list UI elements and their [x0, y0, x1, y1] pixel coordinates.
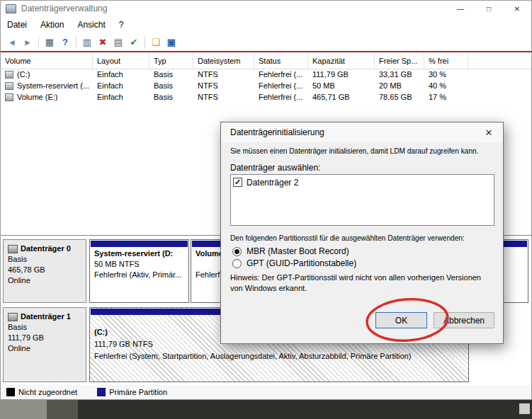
cell-layout: Einfach — [93, 70, 149, 79]
computer-icon[interactable]: ▥ — [79, 36, 95, 49]
column-prozent-frei[interactable]: % frei — [424, 53, 468, 69]
gpt-radio-row[interactable]: GPT (GUID-Partitionstabelle) — [232, 258, 356, 268]
close-button[interactable]: ✕ — [503, 1, 531, 16]
legend-primary-partition: Primäre Partition — [97, 388, 167, 396]
cell-dateisystem: NTFS — [193, 93, 254, 101]
cancel-button[interactable]: Abbrechen — [434, 312, 494, 328]
forward-icon[interactable]: ► — [20, 36, 35, 49]
volume-icon — [5, 71, 13, 79]
cell-kapazitaet: 111,79 GB — [308, 70, 375, 79]
column-kapazitaet[interactable]: Kapazität — [308, 53, 375, 69]
desktop-segment — [519, 403, 530, 414]
cell-status: Fehlerfrei (... — [254, 93, 308, 101]
menubar: Datei Aktion Ansicht ? — [1, 16, 531, 33]
column-dateisystem[interactable]: Dateisystem — [193, 53, 254, 69]
legend-label: Nicht zugeordnet — [18, 388, 77, 396]
cell-freier-speicher: 78,65 GB — [375, 93, 424, 101]
screen: Datenträgerverwaltung — □ ✕ Datei Aktion… — [0, 0, 532, 419]
disk-type: Basis — [8, 322, 81, 333]
volume-table-header: Volume Layout Typ Dateisystem Status Kap… — [1, 53, 531, 69]
mbr-radio-row[interactable]: MBR (Master Boot Record) — [232, 246, 349, 256]
red-annotation-line — [1, 51, 532, 52]
maximize-button[interactable]: □ — [475, 1, 503, 16]
cell-typ: Basis — [149, 70, 193, 79]
desktop-segment — [47, 400, 78, 419]
disk-initialization-dialog: Datenträgerinitialisierung ✕ Sie müssen … — [220, 122, 504, 344]
cell-status: Fehlerfrei (... — [254, 70, 308, 79]
check-icon[interactable]: ✔ — [126, 36, 142, 49]
radio-unselected-icon[interactable] — [232, 259, 242, 268]
delete-icon[interactable]: ✖ — [95, 36, 111, 49]
ok-button[interactable]: OK — [375, 312, 427, 328]
unallocated-swatch — [6, 388, 15, 396]
partition-system-reserved[interactable]: System-reserviert (D: 50 MB NTFS Fehlerf… — [89, 239, 189, 303]
toolbar-separator — [38, 37, 39, 48]
back-icon[interactable]: ◄ — [4, 36, 20, 49]
select-disk-label: Datenträger auswählen: — [230, 163, 320, 173]
volume-icon — [5, 82, 13, 90]
cell-freier-speicher: 33,31 GB — [375, 70, 424, 79]
partition-status: Fehlerfrei (System, Startpartition, Ausl… — [94, 350, 465, 362]
toolbar-separator — [76, 37, 77, 48]
legend: Nicht zugeordnet Primäre Partition — [1, 385, 531, 399]
disk-list-item[interactable]: ✓ Datenträger 2 — [233, 176, 492, 188]
disk-size: 465,78 GB — [8, 265, 81, 275]
folder-up-icon[interactable]: ❏ — [148, 36, 164, 49]
minimize-button[interactable]: — — [446, 1, 475, 16]
menu-ansicht[interactable]: Ansicht — [77, 20, 105, 30]
disk-type: Basis — [8, 254, 81, 265]
disk-1-header[interactable]: Datenträger 1 Basis 111,79 GB Online — [3, 307, 86, 382]
radio-selected-icon[interactable] — [232, 247, 242, 256]
cell-layout: Einfach — [93, 81, 149, 90]
dialog-intro-text: Sie müssen einen Datenträger initialisie… — [230, 147, 468, 155]
window-controls: — □ ✕ — [446, 1, 531, 16]
cell-kapazitaet: 465,71 GB — [308, 93, 375, 101]
disk-size: 111,79 GB — [8, 333, 81, 343]
toolbar: ◄ ► ▦ ? ▥ ✖ ▤ ✔ ❏ ▣ — [1, 33, 531, 51]
column-layout[interactable]: Layout — [93, 53, 149, 69]
disk-0-header[interactable]: Datenträger 0 Basis 465,78 GB Online — [3, 239, 86, 303]
partition-title: System-reserviert (D: — [94, 248, 186, 259]
help-icon[interactable]: ? — [57, 36, 73, 49]
dialog-title: Datenträgerinitialisierung — [230, 127, 324, 137]
disk-status: Online — [8, 275, 81, 286]
document-icon[interactable]: ▤ — [111, 36, 126, 49]
column-typ[interactable]: Typ — [149, 53, 193, 69]
cell-prozent-frei: 40 % — [424, 81, 468, 90]
cell-freier-speicher: 20 MB — [375, 81, 424, 90]
legend-label: Primäre Partition — [109, 388, 167, 396]
console-tree-icon[interactable]: ▦ — [42, 36, 57, 49]
table-row[interactable]: System-reserviert (... Einfach Basis NTF… — [1, 80, 531, 91]
column-freier-speicher[interactable]: Freier Sp... — [375, 53, 424, 69]
primary-partition-swatch — [97, 388, 106, 396]
app-icon — [6, 4, 16, 13]
cell-volume: (C:) — [17, 70, 30, 79]
menu-help[interactable]: ? — [119, 20, 124, 30]
cell-layout: Einfach — [93, 93, 149, 101]
disk-name: Datenträger 0 — [21, 243, 71, 254]
legend-unallocated: Nicht zugeordnet — [6, 388, 77, 396]
partition-style-label: Den folgenden Partitionsstil für die aus… — [230, 234, 465, 242]
cell-typ: Basis — [149, 93, 193, 101]
column-status[interactable]: Status — [254, 53, 308, 69]
cell-prozent-frei: 17 % — [424, 93, 468, 101]
gpt-hint-text: Hinweis: Der GPT-Partitionsstil wird nic… — [230, 272, 494, 294]
table-row[interactable]: Volume (E:) Einfach Basis NTFS Fehlerfre… — [1, 91, 531, 103]
dialog-close-icon[interactable]: ✕ — [481, 126, 497, 139]
column-filler — [468, 53, 531, 69]
cell-volume: Volume (E:) — [17, 93, 57, 101]
desktop-segment — [0, 400, 47, 419]
volume-icon — [5, 93, 13, 101]
checkbox-checked-icon[interactable]: ✓ — [233, 178, 242, 187]
disk-status: Online — [8, 343, 81, 354]
column-volume[interactable]: Volume — [1, 53, 93, 69]
cell-prozent-frei: 30 % — [424, 70, 468, 79]
cell-volume: System-reserviert (... — [17, 81, 89, 90]
window-title: Datenträgerverwaltung — [21, 4, 107, 13]
menu-datei[interactable]: Datei — [7, 20, 27, 30]
screen-icon[interactable]: ▣ — [164, 36, 179, 49]
disk-select-listbox[interactable]: ✓ Datenträger 2 — [230, 174, 494, 226]
table-row[interactable]: (C:) Einfach Basis NTFS Fehlerfrei (... … — [1, 69, 531, 80]
menu-aktion[interactable]: Aktion — [40, 20, 64, 30]
desktop-strip — [0, 400, 532, 419]
